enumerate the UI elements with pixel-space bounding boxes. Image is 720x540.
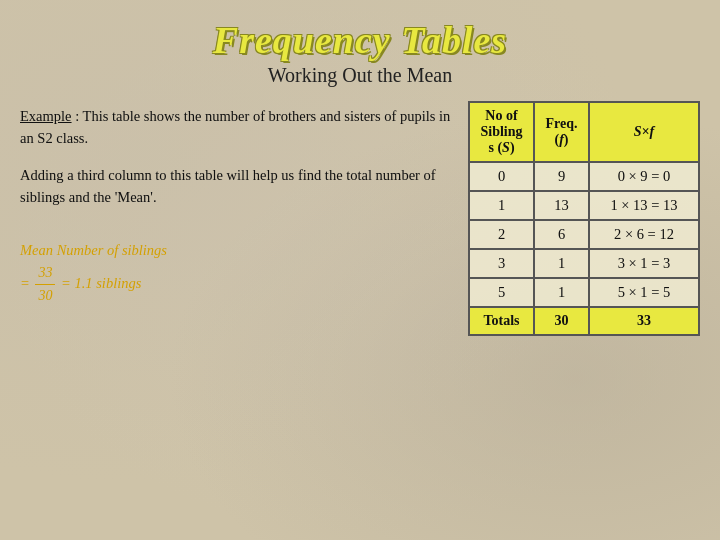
cell-f-0: 9 [534,162,589,191]
denominator: 30 [35,285,55,307]
totals-label: Totals [469,307,534,335]
frequency-table: No ofSiblings (S) Freq.(f) S×f 0 9 0 × 9… [468,101,700,336]
cell-sf-0: 0 × 9 = 0 [589,162,699,191]
mean-label: Mean Number of siblings [20,239,458,262]
col-header-sf: S×f [589,102,699,162]
frequency-table-container: No ofSiblings (S) Freq.(f) S×f 0 9 0 × 9… [468,101,700,336]
table-header-row: No ofSiblings (S) Freq.(f) S×f [469,102,699,162]
formula-suffix: = 1.1 siblings [61,275,141,291]
totals-row: Totals 30 33 [469,307,699,335]
mean-formula: = 33 30 = 1.1 siblings [20,262,458,308]
table-row: 3 1 3 × 1 = 3 [469,249,699,278]
adding-text: Adding a third column to this table will… [20,164,458,209]
cell-s-0: 0 [469,162,534,191]
totals-sf: 33 [589,307,699,335]
page: Frequency Tables Working Out the Mean Ex… [0,0,720,540]
left-text-panel: Example : This table shows the number of… [20,101,458,308]
cell-s-3: 3 [469,249,534,278]
content-area: Example : This table shows the number of… [20,101,700,336]
main-title: Frequency Tables [213,18,507,62]
cell-s-4: 5 [469,278,534,307]
cell-sf-2: 2 × 6 = 12 [589,220,699,249]
cell-f-4: 1 [534,278,589,307]
cell-f-2: 6 [534,220,589,249]
cell-s-2: 2 [469,220,534,249]
example-body: : This table shows the number of brother… [20,108,450,146]
mean-section: Mean Number of siblings = 33 30 = 1.1 si… [20,239,458,308]
cell-f-1: 13 [534,191,589,220]
table-row: 2 6 2 × 6 = 12 [469,220,699,249]
cell-f-3: 1 [534,249,589,278]
cell-sf-1: 1 × 13 = 13 [589,191,699,220]
numerator: 33 [35,262,55,285]
col-header-f: Freq.(f) [534,102,589,162]
formula-prefix: = [20,275,33,291]
table-row: 1 13 1 × 13 = 13 [469,191,699,220]
table-row: 0 9 0 × 9 = 0 [469,162,699,191]
cell-sf-3: 3 × 1 = 3 [589,249,699,278]
col-header-s: No ofSiblings (S) [469,102,534,162]
cell-sf-4: 5 × 1 = 5 [589,278,699,307]
totals-f: 30 [534,307,589,335]
subtitle: Working Out the Mean [268,64,452,87]
example-paragraph: Example : This table shows the number of… [20,105,458,150]
table-row: 5 1 5 × 1 = 5 [469,278,699,307]
example-label: Example [20,108,72,124]
fraction: 33 30 [35,262,55,308]
cell-s-1: 1 [469,191,534,220]
